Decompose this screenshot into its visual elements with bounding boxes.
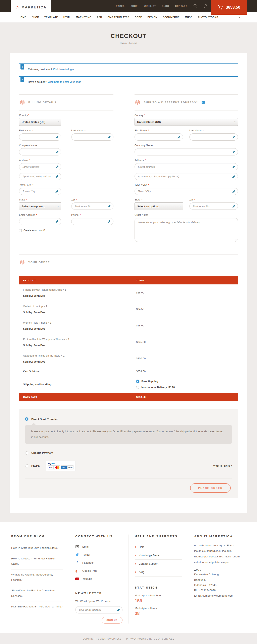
billing-state-select[interactable]: Select an option... ▾ (19, 202, 61, 210)
help-link[interactable]: Help (135, 543, 182, 551)
newsletter-heading: NEWSLETTER (75, 591, 122, 595)
radio-selected-icon[interactable] (25, 418, 28, 421)
twitter-link[interactable]: Twitter (75, 551, 122, 559)
user-account-icon[interactable] (204, 4, 208, 8)
youtube-link[interactable]: Youtube (75, 575, 122, 583)
chevron-down-icon: ▾ (234, 121, 235, 123)
radio-unselected-icon[interactable] (136, 386, 139, 389)
copyright-bar: COPYRIGHT © 2015 TOKOPRESS PRIVACY POLIC… (0, 633, 257, 644)
topnav-pages[interactable]: PAGES (116, 5, 125, 7)
shipping-town-input[interactable] (134, 188, 238, 195)
nav-html[interactable]: HTML (64, 16, 70, 19)
shipping-last-name-input[interactable] (189, 134, 238, 140)
youtube-icon (75, 577, 79, 581)
nav-cms-templates[interactable]: CMS TEMPLATES (108, 16, 129, 19)
edit-pen-icon (55, 136, 59, 139)
nav-template[interactable]: TEMPLATE (44, 16, 58, 19)
billing-email-input[interactable] (19, 218, 61, 225)
paypal-option[interactable]: PayPal PayPal VISA AMEX DISCOVER What is… (25, 460, 232, 471)
contact-support-link[interactable]: Contact Support (135, 560, 182, 568)
nav-code[interactable]: CODE (135, 16, 142, 19)
radio-selected-icon[interactable] (136, 380, 139, 383)
layers-icon (20, 260, 25, 264)
email-link[interactable]: Email (75, 543, 122, 551)
billing-country-select[interactable]: United States (US) ▾ (19, 118, 61, 126)
billing-zip-input[interactable] (71, 202, 114, 210)
nav-marketing[interactable]: MARKETING (76, 16, 91, 19)
shipping-state-select[interactable]: Select an option... ▾ (134, 202, 183, 210)
legal-links[interactable]: PRIVACY POLICY . TERMS OF SERVICES (126, 638, 174, 640)
nav-psd[interactable]: PSD (97, 16, 102, 19)
what-is-paypal-link[interactable]: What is PayPal? (213, 464, 232, 467)
free-shipping-option[interactable]: Free Shipping (136, 380, 238, 383)
breadcrumb-separator: › (126, 42, 127, 44)
nav-more-chevrons-icon[interactable]: » (238, 16, 241, 18)
topnav-wishlist[interactable]: WISHLIST (144, 5, 156, 7)
billing-town-input[interactable] (19, 188, 61, 195)
blog-post-link[interactable]: Should You Use Fashion Consultant Servic… (11, 585, 63, 602)
billing-phone-input[interactable] (71, 218, 114, 225)
topnav-contact[interactable]: CONTACT (175, 5, 187, 7)
facebook-link[interactable]: f Facebook (75, 559, 122, 567)
billing-first-name-label: First Name * (19, 129, 61, 132)
shipping-street-input[interactable] (134, 163, 238, 170)
nav-home[interactable]: HOME (19, 16, 26, 19)
google-plus-link[interactable]: g+ Google Plus (75, 567, 122, 575)
order-notes-textarea[interactable] (134, 218, 238, 242)
shipping-company-input[interactable] (134, 148, 238, 156)
ship-different-checkbox[interactable]: ✓ (202, 101, 204, 104)
topnav-shop[interactable]: SHOP (131, 5, 138, 7)
nav-design[interactable]: DESIGN (147, 16, 157, 19)
billing-first-name-input[interactable] (19, 134, 61, 140)
product-total: $34.50 (136, 304, 238, 314)
mastercard-icon (54, 466, 60, 470)
chevron-down-icon: ▾ (180, 205, 180, 207)
knowledge-base-link[interactable]: Knowladge Base (135, 551, 182, 560)
blog-post-link[interactable]: What is So Alluring About Celebrity Fash… (11, 570, 63, 586)
billing-street-input[interactable] (19, 163, 61, 170)
topnav-blog[interactable]: BLOG (162, 5, 169, 7)
square-bullet-icon (135, 546, 136, 548)
shipping-state-label: State * (134, 198, 183, 201)
nav-ecommerce[interactable]: ECOMMERCE (163, 16, 180, 19)
blog-post-link[interactable]: Plus Size Fashion: Is There Such a Thing… (11, 602, 63, 612)
newsletter-email-input[interactable] (75, 606, 122, 614)
faq-link[interactable]: FAQ (135, 568, 182, 576)
shipping-country-select[interactable]: United States (US) ▾ (134, 118, 238, 126)
shipping-zip-input[interactable] (189, 202, 238, 210)
resize-grip-icon[interactable] (235, 239, 237, 241)
radio-unselected-icon[interactable] (25, 464, 28, 468)
payment-footer: PLACE ORDER (25, 478, 232, 498)
product-seller: Sold by: John Doe (23, 360, 136, 363)
nav-shop[interactable]: SHOP (32, 16, 39, 19)
logo[interactable]: MARKETICA (11, 0, 51, 15)
nav-photo-stocks[interactable]: PHOTO STOCKS (198, 16, 218, 19)
blog-post-link[interactable]: How To Choose The Perfect Fashion Store? (11, 554, 63, 570)
place-order-button[interactable]: PLACE ORDER (190, 483, 231, 493)
blog-post-link[interactable]: How To Start Your Own Fashion Store? (11, 543, 63, 554)
cart-subtotal-label: Cart Subtotal (19, 370, 136, 373)
login-link[interactable]: Click here to login (53, 68, 74, 71)
create-account-checkbox[interactable] (19, 229, 22, 232)
billing-company-input[interactable] (19, 148, 61, 156)
bank-transfer-option[interactable]: Direct Bank Transfer (25, 418, 232, 421)
cheque-payment-option[interactable]: Cheque Payment (25, 451, 232, 454)
billing-state-value: Select an option... (22, 205, 45, 208)
shipping-first-name-input[interactable] (134, 134, 183, 140)
cart-button[interactable]: $653.50 (211, 0, 247, 15)
product-name: Proton Absolute Wordpress Themes × 1 (23, 338, 136, 341)
billing-last-name-input[interactable] (71, 134, 114, 140)
breadcrumb-home[interactable]: Home (120, 42, 126, 44)
international-delivery-option[interactable]: International Delivery: $5.90 (136, 386, 238, 389)
nav-muse[interactable]: MUSE (185, 16, 192, 19)
sign-up-button[interactable]: SIGN UP (102, 617, 122, 624)
billing-apartment-input[interactable] (19, 173, 61, 180)
radio-unselected-icon[interactable] (25, 451, 28, 454)
shipping-apartment-input[interactable] (134, 173, 238, 180)
search-icon[interactable] (193, 4, 198, 8)
about-text: ec mollis lorem consequat. Fusce ipsum e… (194, 543, 241, 565)
shipping-town-label: Town / City * (134, 184, 238, 186)
paypal-cards-image: PayPal VISA AMEX DISCOVER (46, 460, 76, 471)
coupon-link[interactable]: Click here to enter your code (48, 80, 81, 83)
footer-connect-heading: CONNECT WITH US (75, 534, 122, 538)
